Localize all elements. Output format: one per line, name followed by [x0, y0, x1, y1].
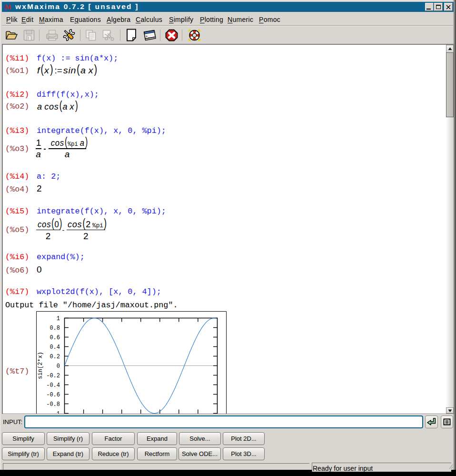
svg-text:-0.2: -0.2	[46, 373, 60, 379]
svg-text:-0.8: -0.8	[46, 401, 60, 408]
svg-text:-0.4: -0.4	[46, 382, 60, 389]
svg-text:0.8: 0.8	[50, 325, 60, 332]
svg-text:0: 0	[57, 363, 60, 370]
svg-text:M: M	[5, 3, 11, 11]
svg-text:-1: -1	[53, 411, 60, 414]
svg-text:0.4: 0.4	[50, 344, 60, 351]
svg-text:0.2: 0.2	[50, 354, 60, 360]
svg-text:0.6: 0.6	[50, 334, 60, 341]
svg-text:sin(2*x): sin(2*x)	[37, 352, 44, 379]
svg-text:-0.6: -0.6	[46, 392, 60, 398]
svg-text:1: 1	[57, 315, 60, 322]
